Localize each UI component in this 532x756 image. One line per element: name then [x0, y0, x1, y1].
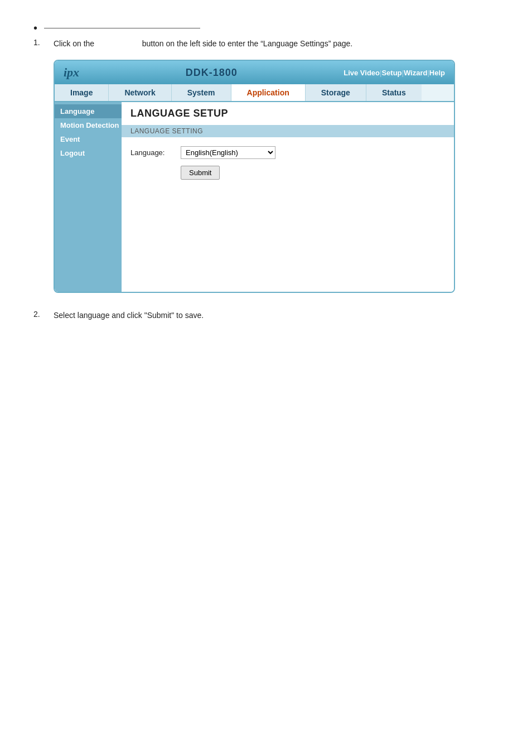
content-title: LANGUAGE SETUP	[122, 102, 454, 125]
nav-wizard[interactable]: Wizard	[404, 69, 428, 77]
submit-row: Submit	[181, 166, 445, 180]
step-2-number: 2.	[33, 310, 54, 319]
camera-frame: ipx DDK-1800 Live Video|Setup|Wizard|Hel…	[54, 60, 455, 293]
sidebar-item-event[interactable]: Event	[55, 132, 122, 146]
step-2-text: Select language and click "Submit" to sa…	[54, 310, 204, 321]
camera-body: Language Motion Detection Event Logout L…	[55, 102, 454, 292]
step-1-number: 1.	[33, 38, 54, 47]
bullet-line	[44, 28, 200, 28]
camera-header: ipx DDK-1800 Live Video|Setup|Wizard|Hel…	[55, 61, 454, 84]
camera-model: DDK-1800	[186, 67, 238, 79]
language-label: Language:	[130, 148, 181, 157]
camera-logo: ipx	[64, 65, 79, 80]
tab-application[interactable]: Application	[231, 84, 306, 101]
sidebar-item-motion-detection[interactable]: Motion Detection	[55, 118, 122, 132]
nav-help[interactable]: Help	[429, 69, 445, 77]
tab-bar: Image Network System Application Storage…	[55, 84, 454, 102]
tab-system[interactable]: System	[172, 84, 231, 101]
camera-nav-links: Live Video|Setup|Wizard|Help	[344, 69, 445, 77]
language-select[interactable]: English(English) French(Français) German…	[181, 146, 275, 159]
bullet-point: •	[33, 22, 37, 33]
nav-setup[interactable]: Setup	[381, 69, 402, 77]
tab-storage[interactable]: Storage	[306, 84, 366, 101]
content-subtitle: LANGUAGE SETTING	[122, 125, 454, 137]
tab-status[interactable]: Status	[366, 84, 422, 101]
language-row: Language: English(English) French(França…	[130, 146, 445, 159]
bullet-section: •	[33, 22, 499, 33]
step-1: 1. Click on the button on the left side …	[33, 38, 499, 50]
step-1-text: Click on the button on the left side to …	[54, 38, 352, 50]
camera-content: LANGUAGE SETUP LANGUAGE SETTING Language…	[122, 102, 454, 292]
nav-live-video[interactable]: Live Video	[344, 69, 380, 77]
content-form: Language: English(English) French(França…	[122, 137, 454, 189]
sidebar-item-logout[interactable]: Logout	[55, 146, 122, 160]
camera-sidebar: Language Motion Detection Event Logout	[55, 102, 122, 292]
sidebar-item-language[interactable]: Language	[55, 104, 122, 118]
tab-network[interactable]: Network	[109, 84, 171, 101]
step-2: 2. Select language and click "Submit" to…	[33, 310, 499, 321]
tab-image[interactable]: Image	[55, 84, 109, 101]
submit-button[interactable]: Submit	[181, 166, 220, 180]
